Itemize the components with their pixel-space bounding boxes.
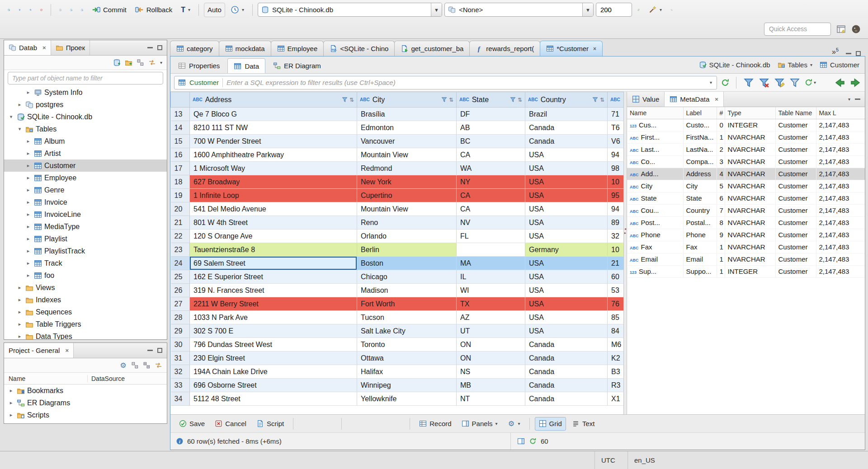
grid-cell[interactable]: NS (457, 365, 525, 379)
metadata-table[interactable]: Customer (775, 253, 816, 265)
tab-properties[interactable]: Properties (172, 58, 226, 73)
active-connection-combo[interactable]: SQLite - Chinook.db ▼ (258, 3, 442, 17)
grid-cell[interactable]: USA (525, 175, 608, 189)
grid-cell[interactable]: 120 S Orange Ave (190, 230, 357, 243)
grid-cell[interactable]: 696 Osborne Street (190, 379, 357, 392)
metadata-label[interactable]: City (683, 180, 717, 192)
tree-item-artist[interactable]: ▸Artist (4, 147, 167, 159)
grid-cell[interactable]: 319 N. Frances Street (190, 284, 357, 297)
grid-cell[interactable]: BC (457, 135, 525, 148)
grid-cell[interactable]: USA (525, 216, 608, 230)
grid-cell[interactable]: WA (457, 162, 525, 175)
minimize-icon[interactable] (855, 98, 860, 100)
project-item-er-diagrams[interactable]: ▸ER Diagrams (4, 397, 167, 409)
metadata-label[interactable]: FirstNa... (683, 131, 717, 143)
grid-cell[interactable]: Madison (357, 284, 457, 297)
metadata-label[interactable]: Email (683, 253, 717, 265)
metadata-label[interactable]: Country (683, 204, 717, 216)
tree-item-sequences[interactable]: ▸Sequences (4, 306, 167, 318)
grid-cell[interactable]: B3 (608, 365, 624, 379)
grid-cell[interactable]: 801 W 4th Street (190, 216, 357, 230)
fetch-size-icon[interactable] (517, 437, 525, 445)
connect-icon[interactable] (15, 3, 24, 17)
expander-icon[interactable]: ▸ (8, 400, 14, 406)
metadata-name[interactable]: ABCCou... (627, 204, 683, 216)
grid-cell[interactable]: IL (457, 270, 525, 284)
auto-commit-button[interactable]: Auto (204, 3, 225, 17)
filter-funnel-icon[interactable] (441, 96, 448, 103)
metadata-label[interactable]: Phone (683, 229, 717, 241)
grid-cell[interactable]: Vancouver (357, 135, 457, 148)
row-number[interactable]: 18 (171, 175, 190, 189)
history-forward-icon[interactable] (849, 77, 861, 89)
collapse-all-icon[interactable] (137, 59, 144, 66)
settings-gear-icon[interactable]: ⚙ (119, 361, 127, 369)
fetch-size-input[interactable] (596, 3, 632, 17)
row-number[interactable]: 15 (171, 135, 190, 148)
save-button[interactable]: Save (175, 417, 209, 431)
grid-cell[interactable]: Cupertino (357, 189, 457, 202)
metadata-table[interactable]: Customer (775, 204, 816, 216)
metadata-type[interactable]: INTEGER (725, 119, 775, 131)
tree-item-postgres[interactable]: ▸postgres (4, 98, 167, 111)
tree-item-genre[interactable]: ▸Genre (4, 184, 167, 196)
open-perspective-icon[interactable] (836, 24, 846, 34)
tab-value[interactable]: Value (627, 92, 665, 107)
disconnect-icon[interactable] (37, 3, 46, 17)
maximize-icon[interactable] (157, 348, 162, 353)
grid-cell[interactable]: 76 (608, 297, 624, 311)
grid-cell[interactable]: Canada (525, 365, 608, 379)
metadata-label[interactable]: Custo... (683, 119, 717, 131)
cancel-button[interactable]: Cancel (211, 417, 250, 431)
last-row-icon[interactable] (377, 417, 385, 431)
grid-cell[interactable]: 84 (608, 324, 624, 338)
column-header-name[interactable]: Name (4, 375, 88, 382)
metadata-name[interactable]: ABCEmail (627, 253, 683, 265)
filter-funnel-icon[interactable] (341, 96, 348, 103)
metadata-maxlength[interactable]: 2,147,483 (816, 180, 865, 192)
metadata-maxlength[interactable]: 2,147,483 (816, 265, 865, 277)
row-number[interactable]: 29 (171, 324, 190, 338)
metadata-name[interactable]: ABCCo... (627, 155, 683, 168)
grid-cell[interactable]: 10 (608, 175, 624, 189)
object-filter-input[interactable] (8, 72, 163, 84)
metadata-maxlength[interactable]: 2,147,483 (816, 168, 865, 180)
tab-projects[interactable]: Проек (51, 40, 90, 55)
tree-item-system-info[interactable]: ▸System Info (4, 86, 167, 98)
grid-cell[interactable]: 98 (608, 162, 624, 175)
metadata-table[interactable]: Customer (775, 180, 816, 192)
hidden-tabs-indicator[interactable]: »5 (829, 47, 841, 56)
grid-cell[interactable]: UT (457, 324, 525, 338)
metadata-type[interactable]: NVARCHAR (725, 192, 775, 204)
sort-icon[interactable]: ⇅ (600, 97, 604, 103)
new-connection-icon[interactable] (113, 59, 121, 66)
splitter-handle[interactable]: ◂▸ (624, 227, 626, 235)
row-number[interactable]: 34 (171, 392, 190, 406)
set-filter-icon[interactable] (743, 77, 755, 89)
save-filter-icon[interactable] (789, 77, 801, 89)
grid-cell[interactable]: Winnipeg (357, 379, 457, 392)
metadata-maxlength[interactable]: 2,147,483 (816, 155, 865, 168)
expander-icon[interactable]: ▸ (16, 333, 23, 339)
grid-cell[interactable]: NT (457, 392, 525, 406)
row-number[interactable]: 24 (171, 257, 190, 270)
link-with-editor-icon[interactable] (155, 361, 162, 369)
metadata-ordinal[interactable]: 4 (717, 168, 725, 180)
delete-row-icon[interactable] (328, 417, 336, 431)
grid-cell[interactable]: 541 Del Medio Avenue (190, 202, 357, 216)
grid-cell[interactable]: 162 E Superior Street (190, 270, 357, 284)
grid-cell[interactable]: V6 (608, 135, 624, 148)
metadata-type[interactable]: NVARCHAR (725, 229, 775, 241)
panels-button[interactable]: Panels ▾ (458, 417, 502, 431)
metadata-type[interactable]: INTEGER (725, 265, 775, 277)
filter-funnel-icon[interactable] (592, 96, 599, 103)
editor-tab-customer[interactable]: *Customer× (540, 41, 603, 56)
metadata-maxlength[interactable]: 2,147,483 (816, 229, 865, 241)
grid-cell[interactable]: Redmond (357, 162, 457, 175)
metadata-type[interactable]: NVARCHAR (725, 180, 775, 192)
sql-editor-icon[interactable] (56, 3, 65, 17)
metadata-maxlength[interactable]: 2,147,483 (816, 131, 865, 143)
grid-cell[interactable]: AZ (457, 311, 525, 324)
expander-icon[interactable]: ▸ (25, 163, 32, 169)
grid-cell[interactable]: New York (357, 175, 457, 189)
